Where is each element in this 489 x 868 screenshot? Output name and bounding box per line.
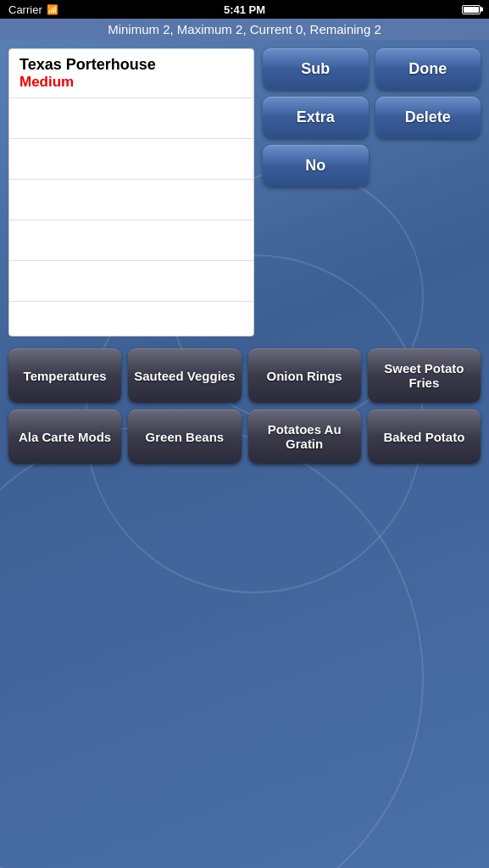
action-row-1: Sub Done	[263, 48, 481, 90]
delete-button[interactable]: Delete	[375, 97, 481, 138]
no-button[interactable]: No	[263, 145, 369, 186]
sub-button[interactable]: Sub	[263, 48, 369, 90]
done-button[interactable]: Done	[375, 48, 481, 90]
order-panel: Texas Porterhouse Medium	[8, 48, 254, 337]
action-row-3: No	[263, 145, 481, 186]
battery-fill	[464, 7, 479, 13]
status-time: 5:41 PM	[224, 3, 265, 16]
order-item-2	[9, 98, 253, 139]
category-btn-temperatures[interactable]: Temperatures	[8, 348, 121, 403]
action-row-2: Extra Delete	[263, 97, 481, 138]
status-left: Carrier 📶	[8, 3, 58, 16]
status-right	[462, 5, 481, 14]
order-item-5	[9, 220, 253, 261]
category-btn-onion-rings[interactable]: Onion Rings	[248, 348, 361, 403]
order-item-name: Texas Porterhouse	[19, 56, 243, 74]
info-bar: Minimum 2, Maximum 2, Current 0, Remaini…	[0, 19, 489, 40]
status-bar: Carrier 📶 5:41 PM	[0, 0, 489, 19]
category-btn-ala-carte-mods[interactable]: Ala Carte Mods	[8, 409, 121, 464]
order-item-6	[9, 261, 253, 302]
category-btn-sweet-potato-fries[interactable]: Sweet Potato Fries	[368, 348, 481, 403]
extra-button[interactable]: Extra	[263, 97, 369, 138]
wifi-icon: 📶	[47, 4, 58, 15]
order-item-4	[9, 180, 253, 220]
category-btn-green-beans[interactable]: Green Beans	[128, 409, 241, 464]
category-btn-sauteed-veggies[interactable]: Sauteed Veggies	[128, 348, 241, 403]
category-grid: TemperaturesSauteed VeggiesOnion RingsSw…	[8, 348, 481, 464]
main-content: Texas Porterhouse Medium Sub Done Extra …	[0, 40, 489, 345]
action-panel: Sub Done Extra Delete No	[263, 48, 481, 337]
order-item-3	[9, 139, 253, 180]
category-btn-potatoes-au-gratin[interactable]: Potatoes Au Gratin	[248, 409, 361, 464]
category-btn-baked-potato[interactable]: Baked Potato	[368, 409, 481, 464]
category-section: TemperaturesSauteed VeggiesOnion RingsSw…	[0, 348, 489, 464]
info-text: Minimum 2, Maximum 2, Current 0, Remaini…	[108, 22, 381, 36]
order-item-modifier: Medium	[19, 74, 243, 91]
order-item-1[interactable]: Texas Porterhouse Medium	[9, 49, 253, 98]
battery-icon	[462, 5, 481, 14]
carrier-label: Carrier	[8, 3, 42, 16]
